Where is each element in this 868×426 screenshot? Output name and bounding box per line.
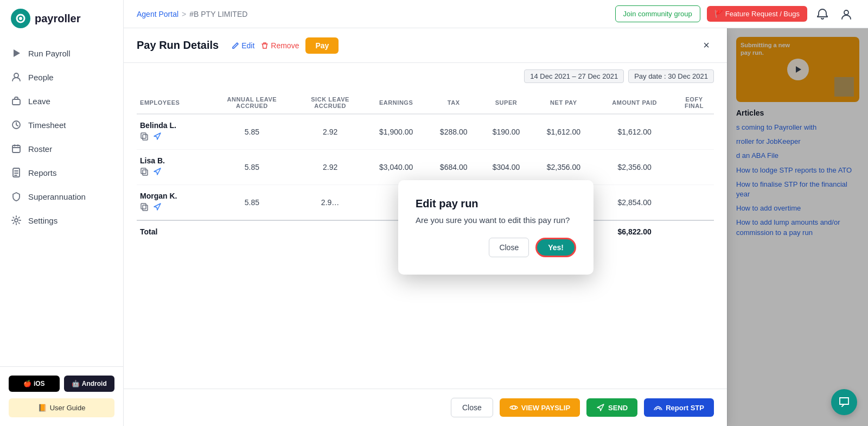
employee-name: Morgan K.: [140, 192, 205, 200]
modal-title: Pay Run Details: [137, 39, 219, 52]
confirm-dialog-actions: Close Yes!: [416, 238, 576, 257]
ios-button[interactable]: 🍎 iOS: [9, 376, 60, 392]
sick-leave-cell: 2.9…: [296, 185, 365, 221]
sidebar-label-leave: Leave: [28, 97, 50, 106]
android-icon: 🤖: [72, 380, 80, 387]
svg-rect-14: [143, 170, 148, 175]
annual-leave-cell: 5.85: [208, 150, 296, 185]
sick-leave-cell: 2.92: [296, 150, 365, 185]
join-community-button[interactable]: Join community group: [615, 5, 700, 22]
employee-cell: Lisa B.: [137, 150, 208, 185]
sidebar: payroller Run Payroll People Leave: [0, 0, 124, 426]
table-row: Belinda L. 5.85: [137, 114, 714, 150]
sidebar-item-people[interactable]: People: [0, 65, 123, 89]
sidebar-label-superannuation: Superannuation: [28, 192, 86, 201]
row-actions: [140, 167, 205, 178]
breadcrumb-portal[interactable]: Agent Portal: [137, 10, 178, 18]
col-tax: TAX: [427, 92, 480, 114]
table-header-row: EMPLOYEES ANNUAL LEAVEACCRUED SICK LEAVE…: [137, 92, 714, 114]
svg-point-9: [15, 219, 18, 222]
confirm-dialog: Edit pay run Are you sure you want to ed…: [398, 180, 593, 275]
pay-button[interactable]: Pay: [305, 37, 339, 54]
user-avatar-icon[interactable]: [838, 5, 855, 23]
page-content: Submitting a new pay run. Articles s com…: [124, 28, 868, 426]
top-header: Agent Portal > #B PTY LIMITED Join commu…: [124, 0, 868, 28]
confirm-yes-button[interactable]: Yes!: [535, 238, 576, 257]
col-earnings: EARNINGS: [365, 92, 427, 114]
sidebar-item-settings[interactable]: Settings: [0, 208, 123, 232]
remove-link[interactable]: Remove: [261, 41, 299, 50]
sidebar-item-timesheet[interactable]: Timesheet: [0, 113, 123, 137]
svg-rect-16: [143, 205, 148, 211]
annual-leave-cell: 5.85: [208, 185, 296, 221]
amount-paid-cell: $2,356.00: [595, 150, 674, 185]
notification-bell-icon[interactable]: [814, 5, 831, 23]
modal-close-button[interactable]: ×: [699, 37, 714, 54]
copy-icon[interactable]: [140, 202, 149, 213]
view-payslip-button[interactable]: VIEW PAYSLIP: [500, 398, 580, 417]
sidebar-label-timesheet: Timesheet: [28, 120, 66, 130]
book-icon: 📙: [38, 404, 47, 412]
sidebar-label-reports: Reports: [28, 168, 57, 177]
send-icon[interactable]: [153, 132, 162, 143]
eofy-cell: [674, 114, 714, 150]
total-label: Total: [137, 220, 208, 243]
confirm-dialog-body: Are you sure you want to edit this pay r…: [416, 215, 576, 225]
confirm-close-button[interactable]: Close: [489, 238, 529, 257]
sidebar-item-leave[interactable]: Leave: [0, 89, 123, 113]
sidebar-item-reports[interactable]: Reports: [0, 161, 123, 185]
send-icon[interactable]: [153, 167, 162, 178]
svg-rect-15: [141, 168, 146, 174]
col-eofy: EOFYFINAL: [674, 92, 714, 114]
report-stp-button[interactable]: Report STP: [644, 398, 714, 417]
main-area: Agent Portal > #B PTY LIMITED Join commu…: [124, 0, 868, 426]
sidebar-item-roster[interactable]: Roster: [0, 137, 123, 161]
send-icon[interactable]: [153, 202, 162, 213]
calendar-icon: [11, 143, 22, 154]
sidebar-nav: Run Payroll People Leave Timesheet: [0, 37, 123, 366]
employee-cell: Belinda L.: [137, 114, 208, 150]
chat-support-button[interactable]: [831, 389, 857, 415]
svg-point-10: [844, 10, 848, 15]
flag-icon: 🚩: [714, 10, 723, 18]
play-icon: [11, 48, 22, 59]
col-annual-leave: ANNUAL LEAVEACCRUED: [208, 92, 296, 114]
tax-cell: $288.00: [427, 114, 480, 150]
gear-icon: [11, 215, 22, 226]
eofy-cell: [674, 150, 714, 185]
copy-icon[interactable]: [140, 132, 149, 143]
signal-icon: [654, 403, 662, 412]
date-range-badge: 14 Dec 2021 – 27 Dec 2021: [524, 69, 624, 83]
clock-icon: [11, 119, 22, 130]
sidebar-label-run-payroll: Run Payroll: [28, 49, 71, 58]
edit-link[interactable]: Edit: [232, 41, 254, 50]
sidebar-label-roster: Roster: [28, 144, 52, 154]
edit-icon: [232, 42, 239, 49]
sidebar-label-people: People: [28, 73, 54, 82]
android-button[interactable]: 🤖 Android: [64, 376, 115, 392]
person-icon: [11, 72, 22, 82]
col-employees: EMPLOYEES: [137, 92, 208, 114]
svg-rect-13: [141, 133, 146, 138]
confirm-dialog-title: Edit pay run: [416, 198, 576, 210]
sidebar-bottom: 🍎 iOS 🤖 Android 📙 User Guide: [0, 366, 123, 426]
sidebar-label-settings: Settings: [28, 216, 58, 225]
svg-point-18: [512, 406, 515, 409]
document-icon: [11, 167, 22, 178]
svg-rect-7: [12, 145, 20, 152]
user-guide-button[interactable]: 📙 User Guide: [9, 398, 114, 417]
net-pay-cell: $1,612.00: [532, 114, 595, 150]
sidebar-item-run-payroll[interactable]: Run Payroll: [0, 41, 123, 65]
footer-close-button[interactable]: Close: [451, 398, 493, 417]
feature-request-button[interactable]: 🚩 Feature Request / Bugs: [707, 6, 807, 22]
sidebar-item-superannuation[interactable]: Superannuation: [0, 185, 123, 208]
modal-footer: Close VIEW PAYSLIP SEND Report STP: [124, 389, 727, 426]
header-actions: Join community group 🚩 Feature Request /…: [615, 5, 855, 23]
send-button[interactable]: SEND: [586, 398, 637, 417]
app-buttons: 🍎 iOS 🤖 Android: [9, 376, 114, 392]
date-range-row: 14 Dec 2021 – 27 Dec 2021 Pay date : 30 …: [124, 63, 727, 83]
copy-icon[interactable]: [140, 167, 149, 178]
svg-marker-3: [14, 49, 20, 57]
annual-leave-cell: 5.85: [208, 114, 296, 150]
shield-icon: [11, 191, 22, 202]
